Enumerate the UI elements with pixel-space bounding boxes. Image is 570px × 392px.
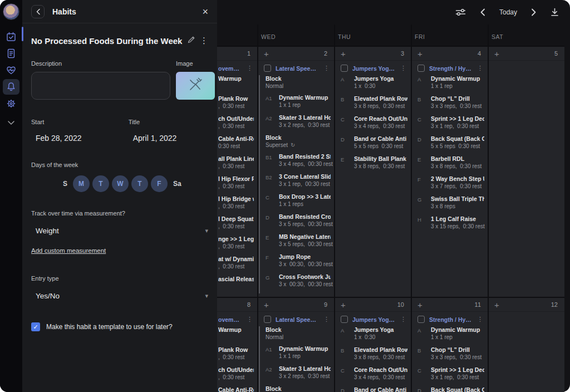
back-button[interactable] [31, 5, 45, 18]
day-toggle-w[interactable]: W [112, 175, 129, 192]
workout-title[interactable]: ovement Q... [218, 65, 242, 72]
measurement-select[interactable]: Weight ▾ [31, 227, 208, 235]
exercise-item[interactable]: AJumpers Yoga1 x 0:30 [335, 326, 411, 346]
exercise-item[interactable]: CCore Reach Out/Under3 x 4 reps, 0:30 re… [335, 115, 411, 135]
close-icon[interactable]: × [202, 7, 208, 17]
add-workout-button[interactable]: + [494, 49, 499, 58]
workout-title[interactable]: Strength / Hypertro... [429, 65, 473, 72]
exercise-item[interactable]: F2 Way Bench Step Up3 x 7 reps, 0:30 res… [412, 175, 488, 195]
exercise-text: 3 Cone Lateral Slide3 x 1 rep, 00:30 res… [279, 173, 331, 188]
day-toggle-sa[interactable]: Sa [170, 180, 184, 188]
workout-card-header: Lateral Speed / Plyo⋮ [258, 312, 334, 326]
workout-checkbox[interactable] [264, 316, 271, 323]
add-workout-button[interactable]: + [264, 49, 269, 58]
sidebar-item-notifications[interactable] [3, 79, 19, 95]
prev-week-icon[interactable] [480, 8, 485, 16]
workout-title[interactable]: Jumpers Yoga / Core [352, 65, 396, 72]
workout-title[interactable]: Lateral Speed / Plyo [276, 65, 319, 72]
download-icon[interactable] [551, 8, 559, 17]
day-toggle-f[interactable]: F [151, 175, 168, 192]
filters-icon[interactable] [455, 8, 466, 16]
edit-pencil-icon[interactable] [188, 36, 195, 46]
day-toggle-t[interactable]: T [131, 175, 148, 192]
exercise-item[interactable]: A1Dynamic Warmup1 x 1 rep [260, 94, 334, 114]
add-workout-button[interactable]: + [341, 300, 346, 310]
description-input[interactable] [31, 72, 170, 100]
exercise-item[interactable]: AJumpers Yoga1 x 0:30 [335, 75, 411, 95]
exercise-item[interactable]: CBox Drop >> 3 Lateral H...1 x 1 reps [260, 193, 334, 213]
workout-title[interactable]: ovement Q... [218, 316, 242, 323]
sidebar-item-calendar[interactable] [3, 29, 19, 45]
exercise-item[interactable]: DBand or Cable Anti Rotati...5 x 5 reps … [335, 135, 411, 155]
workout-menu-icon[interactable]: ⋮ [477, 316, 483, 323]
exercise-item[interactable]: B23 Cone Lateral Slide3 x 1 rep, 00:30 r… [260, 173, 334, 193]
workout-menu-icon[interactable]: ⋮ [477, 65, 483, 72]
day-number: 1 [247, 50, 250, 57]
start-date-value[interactable]: Feb 28, 2022 [31, 134, 120, 143]
exercise-item[interactable]: FJump Rope3 x 00:30, 00:30 rest [260, 253, 334, 273]
workout-checkbox[interactable] [264, 65, 271, 72]
exercise-item[interactable]: A2Skater 3 Lateral Hops >> ...3 x 2 reps… [260, 114, 334, 134]
today-button[interactable]: Today [499, 8, 517, 16]
workout-menu-icon[interactable]: ⋮ [400, 65, 406, 72]
exercise-item[interactable]: BElevated Plank Row3 x 8 reps, 0:30 rest [335, 346, 411, 366]
exercise-item[interactable]: A2Skater 3 Lateral Hops >> ...3 x 2 reps… [260, 365, 334, 385]
exercise-item[interactable]: DBand or Cable Anti Rotati...5 x 5 reps … [335, 386, 411, 392]
workout-menu-icon[interactable]: ⋮ [323, 65, 330, 72]
bell-icon [6, 81, 17, 92]
exercise-item[interactable]: DBack Squat (Back Off Set)5 x 5 reps 0:3… [412, 386, 488, 392]
template-checkbox[interactable]: ✓ [31, 322, 40, 331]
exercise-item[interactable]: CCore Reach Out/Under3 x 4 reps, 0:30 re… [335, 366, 411, 386]
exercise-item[interactable]: ADynamic Warmup1 x 1 rep [412, 75, 488, 95]
day-cell-header: +10 [335, 298, 411, 312]
exercise-name: nge >> 1 Leg St... [218, 236, 254, 243]
exercise-item[interactable]: A1Dynamic Warmup1 x 1 rep [260, 345, 334, 365]
workout-checkbox[interactable] [417, 65, 425, 72]
workout-menu-icon[interactable]: ⋮ [400, 316, 406, 323]
exercise-item[interactable]: CSprint >> 1 Leg Declarations3 x 1 rep, … [412, 366, 488, 386]
exercise-item[interactable]: BChop “L” Drill3 x 3 reps, 0:30 rest [412, 95, 488, 115]
add-workout-button[interactable]: + [417, 300, 422, 310]
exercise-item[interactable]: BChop “L” Drill3 x 3 reps, 0:30 rest [412, 346, 488, 366]
exercise-item[interactable]: GCross Footwork Jump Rope3 x 00:30, 00:3… [260, 273, 334, 293]
exercise-item[interactable]: EBarbell RDL3 x 8 reps, 0:30 rest [412, 155, 488, 175]
add-workout-button[interactable]: + [417, 49, 422, 58]
user-avatar[interactable] [3, 3, 19, 20]
exercise-item[interactable]: BElevated Plank Row3 x 8 reps, 0:30 rest [335, 95, 411, 115]
next-week-icon[interactable] [531, 8, 537, 16]
workout-menu-icon[interactable]: ⋮ [247, 316, 253, 323]
day-toggle-t[interactable]: T [92, 175, 109, 192]
exercise-item[interactable]: GSwiss Ball Triple Threat3 x 8 reps [412, 195, 488, 215]
day-toggle-m[interactable]: M [73, 175, 90, 192]
exercise-item[interactable]: EStability Ball Plank Linear ...3 x 8 re… [335, 155, 411, 175]
add-custom-measurement-link[interactable]: Add custom measurement [31, 247, 106, 254]
habit-menu-icon[interactable]: ⋮ [200, 36, 208, 46]
workout-menu-icon[interactable]: ⋮ [323, 316, 330, 323]
sidebar-expand[interactable] [3, 115, 19, 130]
exercise-item[interactable]: EMB Negative Lateral Hop...3 x 5 reps, 0… [260, 233, 334, 253]
add-workout-button[interactable]: + [341, 49, 346, 58]
block-header: BlockSuperset↻ [260, 385, 334, 392]
workout-menu-icon[interactable]: ⋮ [247, 65, 253, 72]
day-toggle-s[interactable]: S [60, 180, 70, 188]
entry-type-select[interactable]: Yes/No ▾ [31, 292, 208, 300]
workout-checkbox[interactable] [341, 65, 348, 72]
habit-image-thumbnail[interactable] [176, 72, 215, 100]
exercise-item[interactable]: B1Band Resisted 2 Step Late...3 x 4 reps… [260, 153, 334, 173]
sidebar-item-documents[interactable] [3, 46, 19, 61]
workout-checkbox[interactable] [417, 316, 425, 323]
exercise-item[interactable]: H1 Leg Calf Raise3 x 15 reps, 0:30 rest [412, 215, 488, 236]
exercise-item[interactable]: DBand Resisted Crossover...3 x 5 reps, 0… [260, 213, 334, 233]
add-workout-button[interactable]: + [264, 300, 269, 310]
workout-checkbox[interactable] [341, 316, 348, 323]
end-date-value[interactable]: April 1, 2022 [129, 134, 208, 143]
exercise-item[interactable]: ADynamic Warmup1 x 1 rep [412, 326, 488, 346]
exercise-item[interactable]: DBack Squat (Back Off Set)5 x 5 reps 0:3… [412, 135, 488, 155]
workout-title[interactable]: Strength / Hypertro... [429, 316, 473, 323]
exercise-item[interactable]: CSprint >> 1 Leg Declarations3 x 1 rep, … [412, 115, 488, 135]
sidebar-item-settings[interactable] [3, 96, 19, 111]
add-workout-button[interactable]: + [494, 300, 499, 310]
workout-title[interactable]: Jumpers Yoga / Core [352, 316, 396, 323]
workout-title[interactable]: Lateral Speed / Plyo [276, 316, 319, 323]
sidebar-item-health[interactable] [3, 62, 19, 78]
